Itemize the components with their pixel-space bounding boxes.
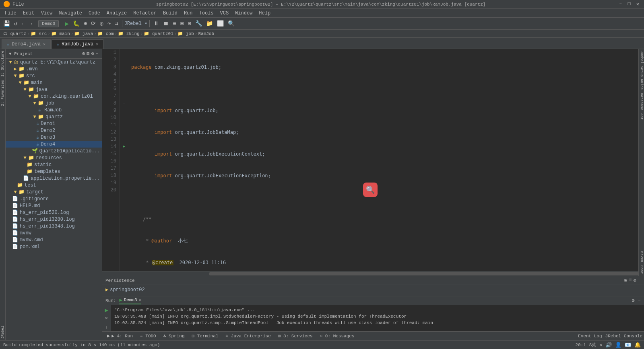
sidebar-settings-icon[interactable]: ⚙ [82, 51, 85, 57]
toolbar-icon-16[interactable]: ⬜ [215, 19, 225, 28]
tree-item-hs13280[interactable]: 📄 hs_err_pid13280.log [6, 216, 102, 223]
tab-ramjob[interactable]: ☕ RamJob.java ✕ [52, 39, 103, 49]
sidebar-collapse-icon[interactable]: ⊟ [87, 51, 89, 57]
breadcrumb-part-java[interactable]: 📁 java [74, 31, 93, 36]
persistence-item-springboot02[interactable]: ▶ springboot02 [105, 286, 641, 294]
maven-toggle[interactable]: Maven [640, 250, 644, 264]
boot-toggle[interactable]: Boot [640, 264, 644, 276]
run-tab-demo3[interactable]: ▶ Demo3 ✕ [119, 297, 141, 304]
status-icon-3[interactable]: 🔊 [605, 342, 612, 348]
toolbar-icon-13[interactable]: ⊟ [186, 19, 192, 28]
toolbar-icon-3[interactable]: ← [20, 20, 26, 28]
run-settings-icon[interactable]: ⚙ [632, 298, 635, 304]
tree-item-main[interactable]: ▼ 📁 main [6, 79, 102, 86]
close-button[interactable]: ✕ [635, 1, 641, 7]
run-rerun-button[interactable]: ↺ [105, 315, 107, 320]
toolbar-icon-5[interactable]: ⟳ [89, 19, 97, 28]
menu-edit[interactable]: Edit [20, 10, 38, 17]
jrebel-setup-guide-toggle[interactable]: JRebel Setup Guide [640, 49, 644, 91]
debug-button[interactable]: 🐛 [71, 19, 81, 28]
tree-item-demo3[interactable]: ☕ Demo3 [6, 134, 102, 141]
tree-item-java[interactable]: ▼ 📁 java [6, 86, 102, 93]
jrebel-button[interactable]: JRebel ▾ [124, 21, 148, 27]
app-menu-file[interactable]: File [12, 2, 24, 7]
tree-item-quartz-pkg[interactable]: ▼ 📁 quartz [6, 113, 102, 120]
terminal-btn-bottom[interactable]: ⊞ Terminal [189, 332, 222, 340]
structure-panel-toggle[interactable]: 1: Structure [1, 49, 5, 78]
demo-dropdown[interactable]: Demo3 [38, 20, 59, 27]
tree-item-ramjob[interactable]: ☕ RamJob [6, 107, 102, 113]
tree-item-resources[interactable]: ▼ 📁 resources [6, 154, 102, 161]
status-icon-2[interactable]: ✕ [599, 342, 602, 347]
breadcrumb-part-src[interactable]: 📁 src [31, 31, 47, 36]
tree-item-hs520[interactable]: 📄 hs_err_pid520.log [6, 209, 102, 216]
breadcrumb-part-quartz[interactable]: 🗂 quartz [3, 31, 26, 36]
menu-build[interactable]: Build [160, 10, 181, 17]
java-enterprise-btn-bottom[interactable]: ≋ Java Enterprise [223, 332, 274, 340]
toolbar-icon-9[interactable]: ⏸ [152, 20, 161, 28]
breadcrumb-part-quartz01[interactable]: 📁 quartz01 [144, 31, 173, 36]
menu-window[interactable]: Window [232, 10, 256, 17]
toolbar-icon-6[interactable]: ◎ [98, 19, 105, 28]
status-icon-5[interactable]: 📧 [625, 342, 631, 348]
run-line-14[interactable]: ▶ [120, 143, 128, 150]
messages-btn-bottom[interactable]: ○ 0: Messages [317, 333, 358, 340]
database-toggle[interactable]: Database [640, 91, 644, 112]
persistence-icon-3[interactable]: ⚙ [634, 277, 636, 283]
tree-item-app-props[interactable]: 📄 application.propertie... [6, 175, 102, 182]
run-scroll-button[interactable]: ↓ [105, 325, 107, 330]
menu-navigate[interactable]: Navigate [56, 10, 85, 17]
tree-item-quartz-app[interactable]: 🌱 Quartz01Applicatio... [6, 148, 102, 154]
status-icon-4[interactable]: 👤 [615, 342, 621, 348]
search-fab[interactable]: 🔍 [363, 183, 378, 197]
code-editor[interactable]: 1 2 3 4 5 6 7 8 9 10 11 12 13 [102, 49, 638, 276]
toolbar-search[interactable]: 🔍 [226, 19, 236, 28]
tree-item-gitignore[interactable]: 📄 .gitignore [6, 195, 102, 202]
tab-demo4-close[interactable]: ✕ [43, 42, 45, 47]
tree-item-demo4[interactable]: ☕ Demo4 [6, 141, 102, 148]
tree-item-src[interactable]: ▼ 📁 src [6, 72, 102, 79]
menu-refactor[interactable]: Refactor [130, 10, 160, 17]
persistence-icon-1[interactable]: ⊞ [624, 277, 627, 283]
tab-ramjob-close[interactable]: ✕ [96, 42, 98, 47]
tree-item-pomxml[interactable]: 📄 pom.xml [6, 243, 102, 250]
minimize-button[interactable]: – [617, 1, 623, 7]
toolbar-icon-15[interactable]: 📁 [204, 19, 215, 28]
toolbar-icon-4[interactable]: → [27, 20, 34, 28]
breadcrumb-part-zking[interactable]: 📁 zking [118, 31, 140, 36]
fold-icon-12[interactable]: – [120, 129, 128, 136]
tab-demo4[interactable]: ☕ Demo4.java ✕ [2, 39, 51, 49]
status-icon-1[interactable]: S英 [589, 342, 597, 348]
sidebar-gear-icon[interactable]: ⚙ [91, 51, 94, 57]
spring-btn-bottom[interactable]: ☘ Spring [160, 332, 188, 340]
menu-file[interactable]: File [2, 10, 20, 17]
ant-toggle[interactable]: Ant [640, 112, 644, 121]
menu-run[interactable]: Run [181, 10, 196, 17]
run-coverage-button[interactable]: ⊕ [82, 19, 89, 28]
jrebel-panel-toggle[interactable]: JRebel [1, 324, 5, 340]
tree-item-target[interactable]: ▼ 📁 target [6, 189, 102, 195]
tree-item-helpmd[interactable]: 📄 HELP.md [6, 202, 102, 209]
tree-item-hs13348[interactable]: 📄 hs_err_pid13348.log [6, 223, 102, 230]
run-play-button[interactable]: ▶ [105, 307, 108, 314]
menu-help[interactable]: Help [256, 10, 274, 17]
toolbar-icon-2[interactable]: ↺ [12, 19, 19, 28]
tree-item-job[interactable]: ▼ 📁 job [6, 100, 102, 107]
code-content[interactable]: package com.zking.quartz01.job; import o… [128, 49, 638, 271]
tree-item-test[interactable]: 📁 test [6, 182, 102, 189]
toolbar-icon-11[interactable]: ≡ [171, 20, 178, 28]
status-icon-6[interactable]: 🔔 [634, 342, 641, 348]
tree-item-demo2[interactable]: ☕ Demo2 [6, 127, 102, 134]
toolbar-icon-14[interactable]: 🔧 [194, 19, 204, 28]
todo-btn-bottom[interactable]: ≡ TODO [137, 333, 159, 340]
services-btn-bottom[interactable]: ⊞ 8: Services [275, 332, 316, 340]
tree-item-com-zking[interactable]: ▼ 📁 com.zking.quartz01 [6, 93, 102, 100]
run-btn-bottom[interactable]: ▶▶ 4: Run [104, 332, 136, 340]
jrebel-console-btn[interactable]: JRebel Console [605, 334, 642, 339]
menu-vcs[interactable]: VCS [217, 10, 232, 17]
favorites-panel-toggle[interactable]: 2: Favorites [1, 78, 5, 108]
toolbar-icon-12[interactable]: ⊞ [179, 19, 185, 28]
sidebar-minus-icon[interactable]: – [96, 51, 99, 57]
tree-item-templates[interactable]: 📁 templates [6, 168, 102, 175]
menu-view[interactable]: View [38, 10, 56, 17]
